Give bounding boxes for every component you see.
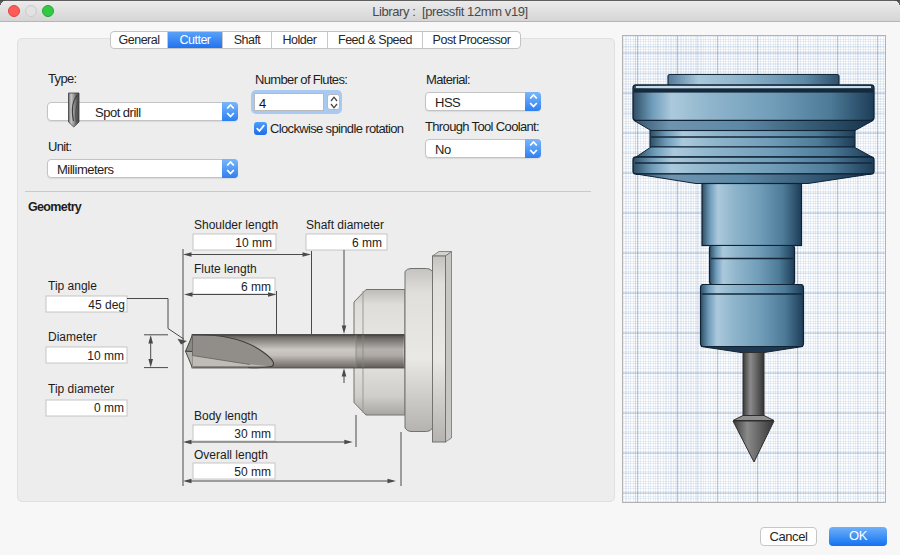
- svg-text:Tip diameter: Tip diameter: [48, 382, 114, 396]
- svg-text:30 mm: 30 mm: [234, 427, 271, 441]
- svg-text:Diameter: Diameter: [48, 330, 97, 344]
- svg-text:6 mm: 6 mm: [352, 236, 382, 250]
- svg-text:6 mm: 6 mm: [241, 280, 271, 294]
- svg-text:Shoulder length: Shoulder length: [194, 218, 278, 232]
- svg-text:0 mm: 0 mm: [94, 401, 124, 415]
- svg-text:10 mm: 10 mm: [235, 236, 272, 250]
- svg-text:Body length: Body length: [194, 409, 257, 423]
- svg-text:Overall length: Overall length: [194, 448, 268, 462]
- svg-text:Tip angle: Tip angle: [48, 279, 97, 293]
- svg-text:45 deg: 45 deg: [88, 298, 125, 312]
- svg-text:Flute length: Flute length: [194, 262, 257, 276]
- svg-text:10 mm: 10 mm: [87, 349, 124, 363]
- svg-text:Shaft diameter: Shaft diameter: [306, 218, 384, 232]
- svg-text:50 mm: 50 mm: [234, 465, 271, 479]
